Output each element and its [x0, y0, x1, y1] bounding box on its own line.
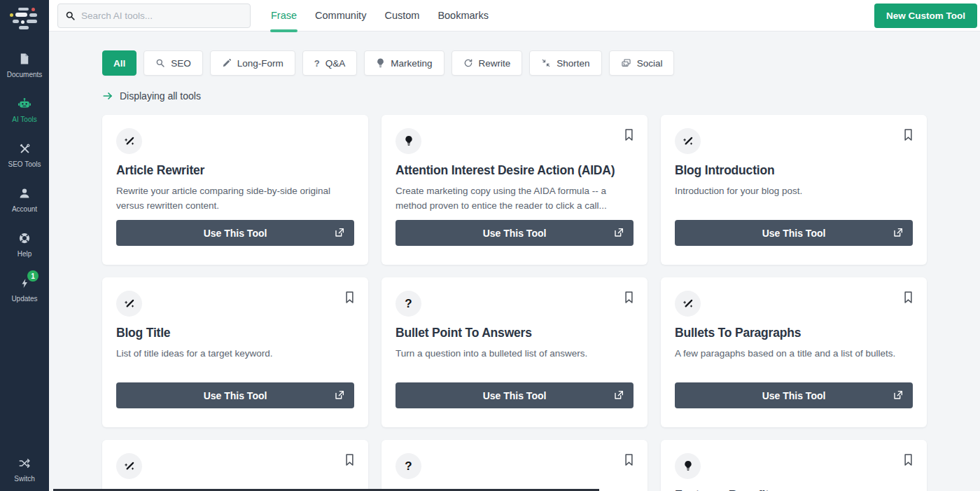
chip-label: SEO [171, 58, 191, 69]
external-link-icon [892, 389, 904, 401]
filter-chip-social[interactable]: Social [609, 50, 675, 76]
tool-card: Blog IntroductionIntroduction for your b… [661, 115, 927, 265]
sidebar-nav: DocumentsAI ToolsSEO ToolsAccountHelp1Up… [0, 34, 49, 303]
tool-card-description: Rewrite your article comparing side-by-s… [116, 184, 354, 214]
bookmark-icon[interactable] [622, 127, 636, 143]
question-icon: ? [314, 58, 320, 69]
switch-shuffle-icon [18, 456, 31, 470]
search-icon [65, 11, 76, 21]
question-glyph: ? [405, 297, 412, 311]
bookmark-icon[interactable] [902, 127, 915, 143]
sidebar-item-seo-tools[interactable]: SEO Tools [0, 141, 49, 168]
sidebar-item-ai-tools[interactable]: AI Tools [0, 97, 49, 123]
wand-icon [116, 453, 142, 479]
chip-label: Marketing [391, 58, 432, 69]
tool-card-description: List of title ideas for a target keyword… [116, 347, 354, 361]
compress-icon [541, 58, 551, 68]
wand-icon [675, 128, 701, 154]
tab-custom[interactable]: Custom [375, 0, 428, 31]
tools-grid: Article RewriterRewrite your article com… [102, 115, 927, 491]
bookmark-icon[interactable] [622, 452, 636, 468]
question-glyph: ? [314, 58, 320, 69]
bulb-icon [396, 128, 421, 154]
tool-card: Article RewriterRewrite your article com… [102, 115, 368, 265]
use-this-tool-button[interactable]: Use This Tool [116, 220, 354, 246]
sidebar-item-label: Switch [14, 475, 34, 483]
external-link-icon [892, 227, 904, 238]
chip-label: All [113, 58, 125, 69]
sidebar-item-help[interactable]: Help [0, 231, 49, 258]
tab-community[interactable]: Community [306, 0, 375, 31]
filter-chip-marketing[interactable]: Marketing [364, 50, 444, 76]
sidebar-item-label: AI Tools [12, 116, 36, 123]
refresh-icon [463, 58, 473, 68]
sidebar-item-label: Documents [7, 71, 43, 78]
wand-icon [116, 128, 142, 154]
search-input[interactable] [81, 11, 235, 21]
use-this-tool-label: Use This Tool [204, 390, 267, 401]
new-custom-tool-button[interactable]: New Custom Tool [874, 4, 977, 28]
tool-card-description: Turn a question into a bulleted list of … [396, 347, 634, 361]
filter-chip-rewrite[interactable]: Rewrite [451, 50, 523, 76]
wand-icon [116, 291, 142, 317]
arrow-right-icon [102, 90, 113, 102]
external-link-icon [613, 227, 624, 238]
tab-bar: FraseCommunityCustomBookmarks [262, 0, 498, 31]
tab-frase[interactable]: Frase [262, 0, 306, 31]
sidebar-item-label: SEO Tools [8, 160, 41, 168]
chip-label: Long-Form [237, 58, 284, 69]
tool-card-title: Bullet Point To Answers [396, 326, 634, 340]
tool-card: Feature - BenefitUse This Tool [661, 440, 927, 491]
sidebar-item-label: Account [12, 205, 37, 213]
use-this-tool-button[interactable]: Use This Tool [675, 382, 913, 408]
sidebar-item-label: Help [18, 250, 32, 258]
tool-card-title: Article Rewriter [116, 163, 354, 178]
tool-card-description: A few paragaphs based on a title and a l… [675, 347, 913, 361]
pencil-icon [222, 58, 232, 68]
sidebar: DocumentsAI ToolsSEO ToolsAccountHelp1Up… [0, 0, 49, 491]
search-box[interactable] [57, 4, 251, 28]
sidebar-item-switch[interactable]: Switch [0, 456, 49, 483]
sidebar-item-account[interactable]: Account [0, 186, 49, 213]
tool-card-description: Introduction for your blog post. [675, 184, 913, 199]
tool-card-title: Blog Introduction [675, 163, 913, 178]
sidebar-nav-bottom: Switch [0, 438, 49, 491]
bookmark-icon[interactable] [902, 452, 915, 468]
use-this-tool-label: Use This Tool [762, 228, 826, 239]
account-icon [18, 186, 31, 200]
filter-chip-shorten[interactable]: Shorten [529, 50, 601, 76]
main-content: AllSEOLong-Form?Q&AMarketingRewriteShort… [49, 32, 980, 491]
use-this-tool-button[interactable]: Use This Tool [675, 220, 913, 246]
bookmark-icon[interactable] [902, 289, 915, 305]
filter-chip-all[interactable]: All [102, 50, 136, 76]
chip-label: Rewrite [479, 58, 511, 69]
chip-label: Social [637, 58, 663, 69]
wand-icon [675, 291, 701, 317]
tab-bookmarks[interactable]: Bookmarks [428, 0, 498, 31]
use-this-tool-button[interactable]: Use This Tool [396, 220, 634, 246]
use-this-tool-label: Use This Tool [762, 390, 826, 401]
frase-logo[interactable] [8, 6, 41, 34]
tool-card: DefinitionUse This Tool [102, 440, 368, 491]
status-text: Displaying all tools [120, 90, 201, 102]
question-glyph: ? [405, 459, 412, 473]
bookmark-icon[interactable] [343, 452, 356, 468]
bookmark-icon[interactable] [622, 289, 636, 305]
tool-card-title: Attention Interest Desire Action (AIDA) [396, 163, 634, 178]
image-icon [621, 58, 631, 68]
use-this-tool-button[interactable]: Use This Tool [116, 382, 354, 408]
tool-card: Bullets To ParagraphsA few paragaphs bas… [661, 277, 927, 427]
use-this-tool-label: Use This Tool [483, 228, 547, 239]
tool-card: Blog TitleList of title ideas for a targ… [102, 277, 368, 427]
filter-chip-seo[interactable]: SEO [144, 50, 203, 76]
status-row: Displaying all tools [102, 90, 927, 102]
bookmark-icon[interactable] [343, 289, 356, 305]
question-icon: ? [396, 453, 421, 479]
sidebar-item-documents[interactable]: Documents [0, 52, 49, 78]
external-link-icon [334, 227, 345, 238]
use-this-tool-button[interactable]: Use This Tool [396, 382, 634, 408]
updates-badge: 1 [27, 270, 38, 282]
sidebar-item-updates[interactable]: 1Updates [0, 276, 49, 303]
filter-chip-long-form[interactable]: Long-Form [210, 50, 295, 76]
filter-chip-q-a[interactable]: ?Q&A [302, 50, 357, 76]
